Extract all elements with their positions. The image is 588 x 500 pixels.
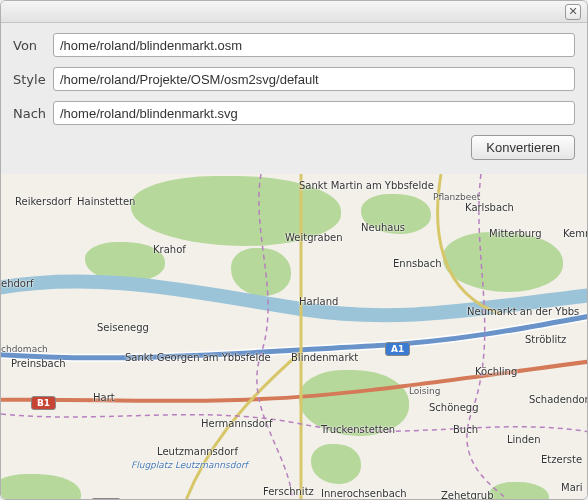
- von-input[interactable]: [53, 33, 575, 57]
- place-label: Mari: [561, 482, 583, 493]
- boundary-2: [1, 414, 587, 434]
- place-label: Sankt Georgen am Ybbsfelde: [125, 352, 271, 363]
- convert-button[interactable]: Konvertieren: [471, 135, 575, 160]
- place-label: Zehetgrub: [441, 490, 494, 500]
- map-lines: [1, 174, 587, 500]
- place-label: Schadendorf: [529, 394, 587, 405]
- place-label: Reikersdorf: [15, 196, 71, 207]
- place-label: Etzerste: [541, 454, 582, 465]
- place-label: Ferschnitz: [263, 486, 314, 497]
- place-label: Ströblitz: [525, 334, 566, 345]
- place-label: Weitgraben: [285, 232, 343, 243]
- place-label: chdomach: [1, 344, 48, 354]
- route-shield: A1: [385, 342, 410, 356]
- place-label: Köchling: [475, 366, 517, 377]
- place-label: Hermannsdorf: [201, 418, 272, 429]
- place-label: ehdorf: [1, 278, 34, 289]
- place-label: Schönegg: [429, 402, 479, 413]
- place-label: Loising: [409, 386, 440, 396]
- style-input[interactable]: [53, 67, 575, 91]
- close-icon: ✕: [568, 5, 577, 18]
- place-label: Mitterburg: [489, 228, 541, 239]
- nach-label: Nach: [13, 106, 53, 121]
- place-label: Sankt Martin am Ybbsfelde: [299, 180, 434, 191]
- style-label: Style: [13, 72, 53, 87]
- map-view[interactable]: ReikersdorfHainstettenSankt Martin am Yb…: [1, 174, 587, 500]
- place-label: Leutzmannsdorf: [157, 446, 238, 457]
- place-label: Harland: [299, 296, 338, 307]
- place-label: Karlsbach: [465, 202, 514, 213]
- place-label: Kemm: [563, 228, 587, 239]
- place-label: Neumarkt an der Ybbs: [467, 306, 579, 317]
- route-shield: B1: [31, 396, 56, 410]
- place-label: Innerochsenbach: [321, 488, 407, 499]
- place-label: Truckenstetten: [321, 424, 395, 435]
- conversion-form: Von Style Nach Konvertieren: [1, 23, 587, 174]
- row-nach: Nach: [13, 101, 575, 125]
- button-row: Konvertieren: [13, 135, 575, 168]
- von-label: Von: [13, 38, 53, 53]
- row-von: Von: [13, 33, 575, 57]
- titlebar: ✕: [1, 1, 587, 23]
- close-button[interactable]: ✕: [565, 4, 581, 20]
- place-label: Hart: [93, 392, 115, 403]
- place-label: Krahof: [153, 244, 186, 255]
- place-label: Preinsbach: [11, 358, 66, 369]
- airport-label: Flugplatz Leutzmannsdorf: [131, 460, 248, 470]
- place-label: Linden: [507, 434, 541, 445]
- boundary-1: [257, 174, 292, 500]
- nach-input[interactable]: [53, 101, 575, 125]
- place-label: Neuhaus: [361, 222, 405, 233]
- place-label: Buch: [453, 424, 478, 435]
- place-label: Ennsbach: [393, 258, 442, 269]
- place-label: Hainstetten: [77, 196, 135, 207]
- place-label: Seisenegg: [97, 322, 149, 333]
- place-label: Blindenmarkt: [291, 352, 358, 363]
- place-label: Pflanzbeet: [433, 192, 480, 202]
- row-style: Style: [13, 67, 575, 91]
